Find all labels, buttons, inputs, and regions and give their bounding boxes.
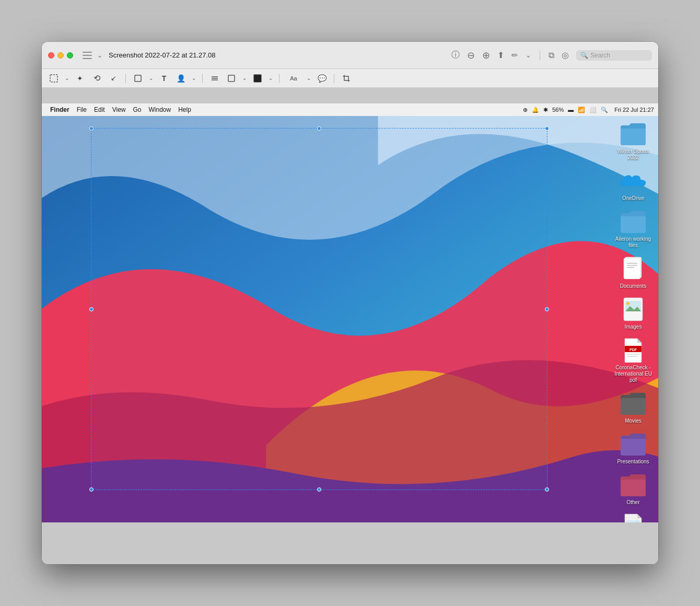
desktop-icon-movies[interactable]: Movies <box>612 388 654 426</box>
lasso-tool-button[interactable]: ⟲ <box>91 73 102 84</box>
svg-rect-0 <box>50 75 57 82</box>
chevron-icon-5[interactable]: ⌄ <box>269 75 273 81</box>
desktop-icon-aileron[interactable]: Aileron working files <box>612 206 654 251</box>
sidebar-toggle-button[interactable] <box>83 52 92 59</box>
date-time: Fri 22 Jul 21:27 <box>614 107 654 113</box>
svg-rect-14 <box>626 520 640 522</box>
svg-rect-5 <box>228 75 235 81</box>
search-icon-menubar[interactable]: 🔍 <box>601 107 608 113</box>
onedrive-icon <box>620 167 647 194</box>
font-button[interactable]: Aa <box>286 73 301 84</box>
movies-label: Movies <box>625 418 641 424</box>
search-box[interactable]: 🔍 <box>576 50 652 61</box>
bluetooth-icon[interactable]: ✱ <box>543 107 548 113</box>
go-menu[interactable]: Go <box>133 106 142 113</box>
align-button[interactable] <box>209 73 220 84</box>
desktop-icon-documents[interactable]: Documents <box>612 253 654 292</box>
shape-fill-button[interactable] <box>226 73 237 84</box>
bottom-bar <box>42 522 658 564</box>
window-menu[interactable]: Window <box>149 106 171 113</box>
chevron-icon-2[interactable]: ⌄ <box>149 75 153 81</box>
documents-icon <box>620 255 647 282</box>
svg-point-11 <box>626 302 629 305</box>
crop-button[interactable] <box>341 73 352 84</box>
zoom-out-icon[interactable]: ⊖ <box>467 50 475 61</box>
second-toolbar: ⌄ ✦ ⟲ ↙ ⌄ T 👤 ⌄ <box>42 69 658 88</box>
svg-text:PDF: PDF <box>629 348 637 352</box>
zoom-in-icon[interactable]: ⊕ <box>482 50 490 61</box>
battery-label: 56% <box>552 107 564 113</box>
desktop-icon-images[interactable]: Images <box>612 294 654 332</box>
coronacheck-label: CoronaCheck - International EU pof <box>614 365 652 383</box>
screen-icon[interactable]: ⬜ <box>589 107 597 113</box>
svg-rect-8 <box>624 258 640 279</box>
traffic-lights <box>48 52 73 59</box>
help-menu[interactable]: Help <box>178 106 191 113</box>
folder-icon-aileron <box>620 208 647 235</box>
battery-icon: ▬ <box>568 107 574 113</box>
file-menu[interactable]: File <box>77 106 87 113</box>
search-input[interactable] <box>590 52 648 59</box>
pencil-icon[interactable]: ✏ <box>511 51 518 60</box>
close-button[interactable] <box>48 52 54 59</box>
wallpaper: Winter Sports 2022 OneDrive <box>42 116 658 522</box>
svg-rect-1 <box>135 75 141 81</box>
minimize-button[interactable] <box>57 52 64 59</box>
documents-label: Documents <box>620 283 647 289</box>
person-tool-button[interactable]: 👤 <box>175 73 186 84</box>
desktop-area: Finder File Edit View Go Window Help ⊕ 🔔… <box>42 103 658 522</box>
other-label: Other <box>626 499 639 506</box>
toolbar-icons: ⓘ ⊖ ⊕ ⬆ ✏ ⌄ ⧉ ◎ 🔍 <box>451 50 652 61</box>
markup-icon[interactable]: ◎ <box>562 50 569 60</box>
main-window: ⌄ Screenshot 2022-07-22 at 21.27.08 ⓘ ⊖ … <box>42 42 658 564</box>
instant-alpha-button[interactable]: ✦ <box>74 73 86 84</box>
chevron-down-icon: ⌄ <box>97 52 102 59</box>
mac-menubar: Finder File Edit View Go Window Help ⊕ 🔔… <box>42 103 658 116</box>
chevron-icon[interactable]: ⌄ <box>526 51 531 59</box>
search-icon: 🔍 <box>580 52 588 59</box>
menu-items: Finder File Edit View Go Window Help <box>50 106 191 113</box>
main-content: Finder File Edit View Go Window Help ⊕ 🔔… <box>42 88 658 564</box>
chevron-icon-4[interactable]: ⌄ <box>242 75 247 81</box>
path-tool-button[interactable]: ↙ <box>108 73 119 84</box>
text-tool-button[interactable]: T <box>158 73 170 84</box>
folder-icon-movies <box>620 390 647 417</box>
top-gray-area <box>42 88 658 103</box>
menubar-right: ⊕ 🔔 ✱ 56% ▬ 📶 ⬜ 🔍 Fri 22 Jul 21:27 <box>523 107 654 113</box>
chevron-icon[interactable]: ⌄ <box>65 75 69 81</box>
edit-menu[interactable]: Edit <box>94 106 105 113</box>
toolbar-divider <box>540 51 540 60</box>
folder-icon-presentations <box>620 430 647 458</box>
annotation-button[interactable]: 💬 <box>316 73 328 84</box>
info-icon[interactable]: ⓘ <box>451 50 460 61</box>
notification-icon[interactable]: 🔔 <box>532 107 539 113</box>
screenshot-file-icon <box>620 512 647 522</box>
desktop-icon-coronacheck[interactable]: PDF CoronaCheck - International EU pof <box>612 334 654 386</box>
window-title: Screenshot 2022-07-22 at 21.27.08 <box>109 51 216 59</box>
shapes-button[interactable] <box>132 73 144 84</box>
desktop-icon-screenshot-file[interactable]: Screenshot 2022-07...21.25.09 <box>612 510 654 522</box>
wifi-icon[interactable]: 📶 <box>578 107 585 113</box>
chevron-icon-3[interactable]: ⌄ <box>192 75 196 81</box>
folder-icon-winter-sports <box>620 120 647 147</box>
view-menu[interactable]: View <box>112 106 126 113</box>
aileron-label: Aileron working files <box>614 236 652 249</box>
share-icon[interactable]: ⬆ <box>497 50 504 60</box>
folder-icon-other <box>620 471 647 498</box>
selection-tool-button[interactable] <box>48 73 60 84</box>
desktop-icon-other[interactable]: Other <box>612 469 654 508</box>
maximize-button[interactable] <box>67 52 73 59</box>
images-label: Images <box>625 324 642 330</box>
desktop-icon-onedrive[interactable]: OneDrive <box>612 165 654 204</box>
desktop-icon-winter-sports[interactable]: Winter Sports 2022 <box>612 118 654 163</box>
onedrive-label: OneDrive <box>622 195 644 202</box>
color-swatch-button[interactable] <box>252 73 263 84</box>
winter-sports-label: Winter Sports 2022 <box>614 148 652 161</box>
chevron-icon-6[interactable]: ⌄ <box>307 75 311 81</box>
desktop-icon-presentations[interactable]: Presentations <box>612 428 654 467</box>
pdf-icon-coronacheck: PDF <box>620 336 647 364</box>
window-icon[interactable]: ⧉ <box>549 51 554 60</box>
images-icon <box>620 296 647 323</box>
finder-menu[interactable]: Finder <box>50 106 69 113</box>
title-bar: ⌄ Screenshot 2022-07-22 at 21.27.08 ⓘ ⊖ … <box>42 42 658 69</box>
